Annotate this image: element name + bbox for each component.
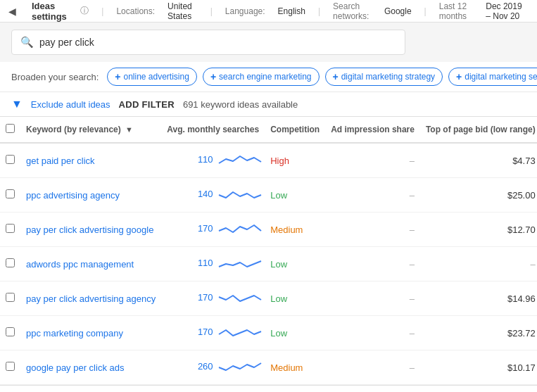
plus-icon-3: + bbox=[456, 71, 462, 82]
col-avg-monthly[interactable]: Avg. monthly searches bbox=[161, 117, 265, 143]
ad-impression-cell: – bbox=[325, 143, 420, 178]
avg-monthly-cell: 110 bbox=[161, 143, 265, 178]
sparkline-chart bbox=[215, 151, 265, 170]
ad-impression-value: – bbox=[410, 362, 415, 373]
date-range-value: Dec 2019 – Nov 20 bbox=[486, 1, 529, 21]
row-checkbox-cell[interactable] bbox=[0, 213, 20, 247]
col-keyword[interactable]: Keyword (by relevance) ▼ bbox=[20, 117, 161, 143]
search-icon: 🔍 bbox=[20, 36, 34, 49]
top-bid-cell: $4.73 bbox=[420, 143, 537, 178]
competition-value: Low bbox=[270, 293, 287, 304]
ad-impression-cell: – bbox=[325, 213, 420, 247]
col-ad-impression[interactable]: Ad impression share bbox=[325, 117, 420, 143]
plus-icon-0: + bbox=[115, 71, 120, 82]
col-competition[interactable]: Competition bbox=[265, 117, 325, 143]
competition-cell: Low bbox=[265, 178, 325, 213]
competition-value: Medium bbox=[270, 362, 303, 373]
select-all-checkbox[interactable] bbox=[6, 124, 15, 133]
last-months-label: Last 12 months bbox=[439, 1, 474, 21]
keyword-link[interactable]: google pay per click ads bbox=[26, 362, 124, 373]
row-checkbox[interactable] bbox=[6, 362, 15, 371]
row-checkbox[interactable] bbox=[6, 293, 15, 302]
search-input[interactable] bbox=[39, 37, 396, 48]
col-top-bid[interactable]: Top of page bid (low range) bbox=[420, 117, 537, 143]
plus-icon-1: + bbox=[210, 71, 216, 82]
broaden-chip-label-1: search engine marketing bbox=[219, 72, 311, 82]
top-bid-cell: – bbox=[420, 247, 537, 282]
row-checkbox-cell[interactable] bbox=[0, 178, 20, 213]
add-filter-button[interactable]: ADD FILTER bbox=[119, 99, 175, 110]
search-bar-container: 🔍 bbox=[0, 23, 537, 62]
top-bid-value: $10.17 bbox=[507, 362, 536, 373]
filter-icon: ▼ bbox=[11, 98, 23, 110]
keyword-link[interactable]: pay per click advertising google bbox=[26, 225, 153, 235]
table-header-row: Keyword (by relevance) ▼ Avg. monthly se… bbox=[0, 117, 537, 143]
keyword-link[interactable]: ppc marketing company bbox=[26, 328, 123, 339]
broaden-chip-0[interactable]: + online advertising bbox=[107, 68, 197, 86]
avg-monthly-cell: 140 bbox=[161, 178, 265, 213]
avg-monthly-cell: 260 bbox=[161, 350, 265, 385]
table-row: ppc advertising agency 140 Low – $25.00 bbox=[0, 178, 537, 213]
competition-value: Low bbox=[270, 328, 287, 339]
plus-icon-2: + bbox=[333, 71, 339, 82]
keyword-link[interactable]: adwords ppc management bbox=[26, 259, 134, 270]
avg-monthly-value: 110 bbox=[198, 258, 213, 268]
table-row: adwords ppc management 110 Low – – bbox=[0, 247, 537, 282]
sparkline-chart bbox=[215, 185, 265, 205]
keyword-cell: adwords ppc management bbox=[20, 247, 161, 282]
avg-monthly-value: 110 bbox=[198, 154, 213, 165]
locations-value[interactable]: United States bbox=[168, 1, 198, 21]
ad-impression-cell: – bbox=[325, 282, 420, 316]
row-checkbox-cell[interactable] bbox=[0, 350, 20, 385]
broaden-chip-2[interactable]: + digital marketing strategy bbox=[325, 68, 443, 86]
row-checkbox-cell[interactable] bbox=[0, 282, 20, 316]
top-bid-value: $14.96 bbox=[507, 293, 536, 304]
avg-monthly-value: 170 bbox=[198, 223, 213, 234]
table-row: get paid per click 110 High – $4.73 bbox=[0, 143, 537, 178]
exclude-adult-link[interactable]: Exclude adult ideas bbox=[31, 99, 110, 110]
sparkline-chart bbox=[215, 289, 265, 308]
broaden-chip-label-3: digital marketing servic… bbox=[465, 72, 537, 82]
avg-monthly-value: 260 bbox=[198, 361, 213, 372]
avg-monthly-cell: 110 bbox=[161, 247, 265, 282]
filter-bar: ▼ Exclude adult ideas ADD FILTER 691 key… bbox=[0, 92, 537, 117]
top-bid-value: $23.72 bbox=[507, 328, 536, 339]
keyword-cell: get paid per click bbox=[20, 143, 161, 178]
top-bid-cell: $12.70 bbox=[420, 213, 537, 247]
sparkline-chart bbox=[215, 254, 265, 274]
footer: Show rows: 10 25 50 100 1 - 50 of 691 ↓ bbox=[0, 385, 537, 392]
keyword-link[interactable]: get paid per click bbox=[26, 156, 95, 166]
language-value[interactable]: English bbox=[278, 6, 305, 16]
search-networks-label: Search networks: bbox=[333, 1, 372, 21]
keyword-link[interactable]: ppc advertising agency bbox=[26, 190, 120, 201]
broaden-label: Broaden your search: bbox=[11, 72, 99, 82]
row-checkbox-cell[interactable] bbox=[0, 247, 20, 282]
sort-arrow-icon: ▼ bbox=[125, 125, 133, 134]
top-bid-cell: $23.72 bbox=[420, 316, 537, 350]
keyword-link[interactable]: pay per click advertising agency bbox=[26, 293, 156, 304]
keyword-cell: ppc marketing company bbox=[20, 316, 161, 350]
row-checkbox-cell[interactable] bbox=[0, 316, 20, 350]
keywords-table-container: Keyword (by relevance) ▼ Avg. monthly se… bbox=[0, 117, 537, 385]
broaden-chip-1[interactable]: + search engine marketing bbox=[203, 68, 320, 86]
broaden-row: Broaden your search: + online advertisin… bbox=[0, 62, 537, 92]
back-arrow-icon[interactable]: ◀ bbox=[8, 6, 16, 17]
info-icon[interactable]: ⓘ bbox=[80, 5, 89, 17]
row-checkbox[interactable] bbox=[6, 224, 15, 233]
table-row: pay per click advertising google 170 Med… bbox=[0, 213, 537, 247]
top-bid-value: – bbox=[530, 259, 535, 270]
top-bid-value: $25.00 bbox=[507, 190, 536, 201]
row-checkbox-cell[interactable] bbox=[0, 143, 20, 178]
row-checkbox[interactable] bbox=[6, 155, 15, 164]
competition-cell: Low bbox=[265, 316, 325, 350]
broaden-chip-3[interactable]: + digital marketing servic… bbox=[448, 68, 537, 86]
row-checkbox[interactable] bbox=[6, 189, 15, 198]
locations-label: Locations: bbox=[116, 6, 155, 16]
table-row: google pay per click ads 260 Medium – $1… bbox=[0, 350, 537, 385]
select-all-header[interactable] bbox=[0, 117, 20, 143]
row-checkbox[interactable] bbox=[6, 258, 15, 267]
search-networks-value[interactable]: Google bbox=[384, 6, 412, 16]
top-bid-value: $12.70 bbox=[507, 225, 536, 235]
avg-monthly-value: 140 bbox=[198, 189, 213, 199]
row-checkbox[interactable] bbox=[6, 327, 15, 336]
